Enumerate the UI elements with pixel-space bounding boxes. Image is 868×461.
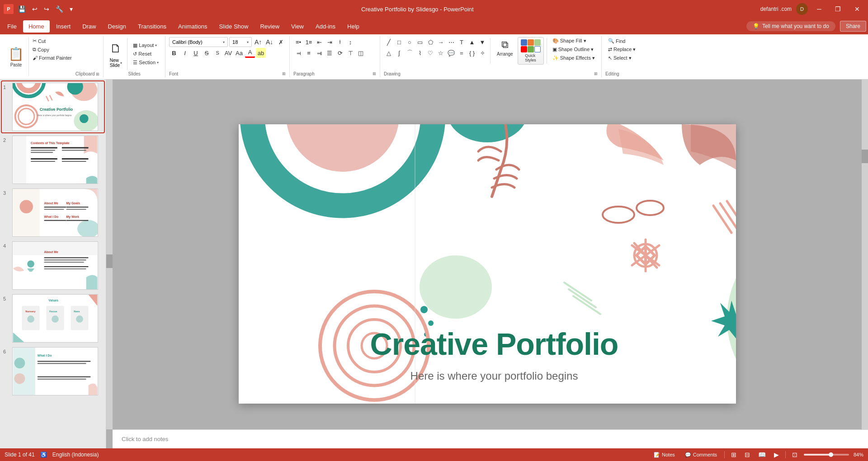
menu-design[interactable]: Design — [103, 20, 132, 33]
shape-circle[interactable]: ○ — [405, 37, 415, 47]
paragraph-expand[interactable]: ⊞ — [373, 71, 376, 76]
columns-button[interactable]: ⫲ — [335, 37, 345, 47]
tell-me-input[interactable]: 💡 Tell me what you want to do — [746, 21, 835, 31]
select-button[interactable]: ↖ Select ▾ — [605, 54, 638, 62]
accessibility-icon[interactable]: ♿ — [40, 452, 47, 458]
replace-button[interactable]: ⇄ Replace ▾ — [605, 46, 638, 53]
minimize-button[interactable]: ─ — [812, 4, 826, 14]
shape-pentagon[interactable]: ⬠ — [425, 37, 435, 47]
menu-animations[interactable]: Animations — [173, 20, 212, 33]
quick-styles-button[interactable]: QuickStyles — [518, 37, 544, 65]
restore-button[interactable]: ❐ — [830, 4, 845, 14]
undo-button[interactable]: ↩ — [30, 5, 39, 14]
shape-curve[interactable]: ∫ — [394, 48, 404, 58]
font-expand[interactable]: ⊞ — [282, 71, 286, 76]
shape-eq[interactable]: = — [457, 48, 467, 58]
shape-triangle[interactable]: △ — [384, 48, 394, 58]
shape-wave[interactable]: ⌇ — [415, 48, 425, 58]
slide-panel[interactable]: 1 Creativ — [0, 80, 106, 448]
notes-area[interactable]: Click to add notes — [113, 429, 868, 448]
decrease-font-button[interactable]: A↓ — [264, 37, 274, 47]
char-spacing-button[interactable]: AV — [223, 48, 233, 58]
slide-thumb-5[interactable]: 5 Values Nursery Focus Nara — [2, 293, 104, 344]
right-scrollbar[interactable] — [862, 80, 868, 429]
copy-button[interactable]: ⧉ Copy — [30, 46, 75, 53]
increase-indent-button[interactable]: ⇥ — [325, 37, 335, 47]
reading-view-button[interactable]: 📖 — [756, 450, 768, 459]
shadow-button[interactable]: S — [212, 48, 222, 58]
shape-scrolldown[interactable]: ▼ — [477, 37, 487, 47]
menu-insert[interactable]: Insert — [51, 20, 76, 33]
shape-textbox[interactable]: T — [457, 37, 467, 47]
align-left-button[interactable]: ⫤ — [293, 48, 303, 58]
notes-placeholder[interactable]: Click to add notes — [122, 436, 168, 442]
text-direction-button[interactable]: ⟳ — [335, 48, 345, 58]
slide-thumb-3[interactable]: 3 About Me My Goals What I Do My W — [2, 187, 104, 238]
shape-more[interactable]: ⋯ — [446, 37, 456, 47]
user-name[interactable]: defantri .com — [760, 6, 792, 12]
shape-scrollup[interactable]: ▲ — [467, 37, 477, 47]
menu-draw[interactable]: Draw — [77, 20, 101, 33]
save-button[interactable]: 💾 — [16, 5, 28, 14]
shape-outline-button[interactable]: ▣ Shape Outline ▾ — [550, 46, 598, 53]
qat-dropdown-button[interactable]: ▾ — [68, 5, 75, 14]
cut-button[interactable]: ✂ Cut — [30, 37, 75, 45]
italic-button[interactable]: I — [180, 48, 190, 58]
new-slide-button[interactable]: 🗋 — [107, 40, 124, 57]
highlight-button[interactable]: ab — [256, 48, 266, 58]
shape-fill-button[interactable]: 🎨 Shape Fill ▾ — [550, 37, 598, 45]
language[interactable]: English (Indonesia) — [52, 452, 99, 458]
menu-view[interactable]: View — [286, 20, 309, 33]
section-button[interactable]: ☰ Section ▾ — [130, 59, 161, 66]
shape-arc[interactable]: ⌒ — [405, 48, 415, 58]
shape-callout[interactable]: 💬 — [446, 48, 456, 58]
menu-transitions[interactable]: Transitions — [132, 20, 172, 33]
menu-slideshow[interactable]: Slide Show — [213, 20, 254, 33]
strikethrough-button[interactable]: S — [202, 48, 212, 58]
menu-addins[interactable]: Add-ins — [310, 20, 341, 33]
menu-review[interactable]: Review — [255, 20, 285, 33]
shape-star[interactable]: ☆ — [436, 48, 446, 58]
align-right-button[interactable]: ⫥ — [314, 48, 324, 58]
clipboard-expand[interactable]: ⊞ — [96, 72, 99, 76]
menu-home[interactable]: Home — [23, 20, 50, 33]
shape-custom[interactable]: ✧ — [477, 48, 487, 58]
customize-qat-button[interactable]: 🔧 — [54, 5, 65, 14]
slide-thumb-4[interactable]: 4 About Me — [2, 240, 104, 291]
bullets-button[interactable]: ≡• — [293, 37, 303, 47]
menu-file[interactable]: File — [2, 20, 22, 33]
fit-slide-button[interactable]: ⊡ — [790, 450, 799, 459]
change-case-button[interactable]: Aa — [234, 48, 244, 58]
slide-canvas[interactable]: Creative Portfolio Here is where your po… — [239, 124, 736, 404]
drawing-expand[interactable]: ⊞ — [594, 71, 598, 76]
zoom-level[interactable]: 84% — [854, 452, 863, 457]
align-text-button[interactable]: ⊤ — [345, 48, 355, 58]
notes-button[interactable]: 📝 Notes — [651, 451, 678, 459]
line-spacing-button[interactable]: ↕ — [345, 37, 355, 47]
new-slide-label[interactable]: NewSlide ▾ — [110, 58, 122, 68]
decrease-indent-button[interactable]: ⇤ — [314, 37, 324, 47]
left-scrollbar[interactable] — [106, 80, 113, 429]
close-button[interactable]: ✕ — [850, 4, 864, 14]
zoom-slider[interactable] — [804, 454, 849, 456]
format-painter-button[interactable]: 🖌 Format Painter — [30, 54, 75, 61]
font-size-selector[interactable]: 18 ▾ — [229, 37, 252, 47]
shape-heart[interactable]: ♡ — [425, 48, 435, 58]
underline-button[interactable]: U — [191, 48, 201, 58]
menu-help[interactable]: Help — [342, 20, 365, 33]
slide-thumb-2[interactable]: 2 Contents of This Template — [2, 134, 104, 185]
shape-arrow[interactable]: → — [436, 37, 446, 47]
normal-view-button[interactable]: ⊞ — [729, 450, 738, 459]
arrange-button[interactable]: ⧉ Arrange — [493, 37, 517, 58]
smartart-button[interactable]: ◫ — [356, 48, 366, 58]
shape-brace[interactable]: { } — [467, 48, 477, 58]
clear-formatting-button[interactable]: ✗ — [276, 37, 286, 47]
reset-button[interactable]: ↺ Reset — [130, 50, 161, 58]
paste-button[interactable]: 📋 Paste — [4, 37, 29, 76]
layout-button[interactable]: ▦ Layout ▾ — [130, 42, 161, 49]
slideshow-button[interactable]: ▶ — [772, 450, 781, 459]
font-color-button[interactable]: A — [245, 48, 255, 58]
redo-button[interactable]: ↪ — [42, 5, 51, 14]
numbering-button[interactable]: 1≡ — [304, 37, 314, 47]
font-family-selector[interactable]: Calibri (Body) ▾ — [169, 37, 228, 47]
